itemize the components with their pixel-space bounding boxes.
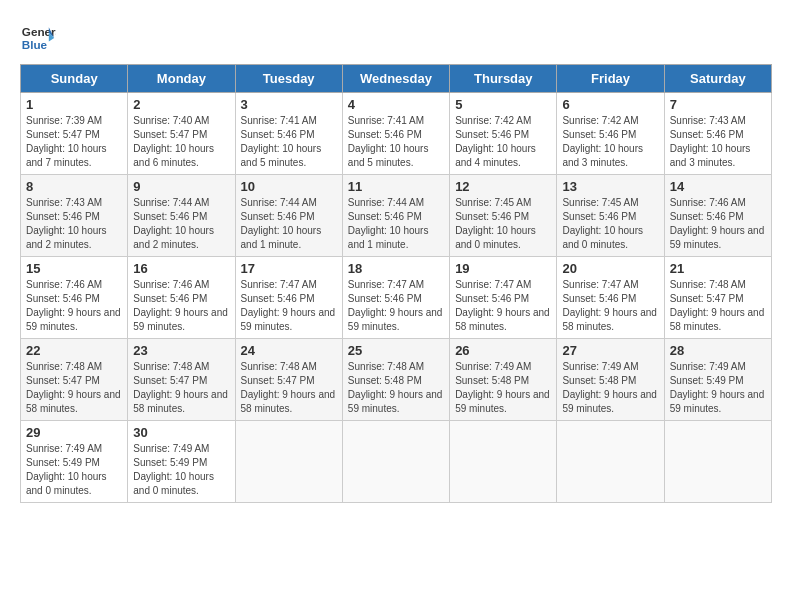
- calendar-cell: 24Sunrise: 7:48 AMSunset: 5:47 PMDayligh…: [235, 339, 342, 421]
- day-info: Sunrise: 7:48 AMSunset: 5:47 PMDaylight:…: [133, 361, 228, 414]
- day-info: Sunrise: 7:46 AMSunset: 5:46 PMDaylight:…: [133, 279, 228, 332]
- logo-icon: General Blue: [20, 20, 56, 56]
- calendar-cell: 22Sunrise: 7:48 AMSunset: 5:47 PMDayligh…: [21, 339, 128, 421]
- day-number: 14: [670, 179, 766, 194]
- calendar-cell: 9Sunrise: 7:44 AMSunset: 5:46 PMDaylight…: [128, 175, 235, 257]
- day-number: 1: [26, 97, 122, 112]
- day-info: Sunrise: 7:48 AMSunset: 5:47 PMDaylight:…: [26, 361, 121, 414]
- calendar-table: SundayMondayTuesdayWednesdayThursdayFrid…: [20, 64, 772, 503]
- day-info: Sunrise: 7:49 AMSunset: 5:49 PMDaylight:…: [26, 443, 107, 496]
- column-header-monday: Monday: [128, 65, 235, 93]
- day-number: 28: [670, 343, 766, 358]
- day-info: Sunrise: 7:41 AMSunset: 5:46 PMDaylight:…: [241, 115, 322, 168]
- calendar-cell: 27Sunrise: 7:49 AMSunset: 5:48 PMDayligh…: [557, 339, 664, 421]
- calendar-cell: 8Sunrise: 7:43 AMSunset: 5:46 PMDaylight…: [21, 175, 128, 257]
- calendar-cell: 13Sunrise: 7:45 AMSunset: 5:46 PMDayligh…: [557, 175, 664, 257]
- day-info: Sunrise: 7:45 AMSunset: 5:46 PMDaylight:…: [562, 197, 643, 250]
- day-info: Sunrise: 7:41 AMSunset: 5:46 PMDaylight:…: [348, 115, 429, 168]
- day-info: Sunrise: 7:47 AMSunset: 5:46 PMDaylight:…: [562, 279, 657, 332]
- day-info: Sunrise: 7:44 AMSunset: 5:46 PMDaylight:…: [241, 197, 322, 250]
- day-info: Sunrise: 7:49 AMSunset: 5:49 PMDaylight:…: [133, 443, 214, 496]
- calendar-cell: 14Sunrise: 7:46 AMSunset: 5:46 PMDayligh…: [664, 175, 771, 257]
- day-number: 19: [455, 261, 551, 276]
- day-number: 25: [348, 343, 444, 358]
- day-number: 10: [241, 179, 337, 194]
- day-number: 27: [562, 343, 658, 358]
- calendar-cell: 26Sunrise: 7:49 AMSunset: 5:48 PMDayligh…: [450, 339, 557, 421]
- calendar-cell: [342, 421, 449, 503]
- column-header-tuesday: Tuesday: [235, 65, 342, 93]
- day-info: Sunrise: 7:40 AMSunset: 5:47 PMDaylight:…: [133, 115, 214, 168]
- day-number: 12: [455, 179, 551, 194]
- day-info: Sunrise: 7:47 AMSunset: 5:46 PMDaylight:…: [455, 279, 550, 332]
- day-info: Sunrise: 7:47 AMSunset: 5:46 PMDaylight:…: [241, 279, 336, 332]
- calendar-cell: 11Sunrise: 7:44 AMSunset: 5:46 PMDayligh…: [342, 175, 449, 257]
- day-number: 23: [133, 343, 229, 358]
- column-header-saturday: Saturday: [664, 65, 771, 93]
- calendar-cell: [664, 421, 771, 503]
- day-number: 8: [26, 179, 122, 194]
- day-number: 21: [670, 261, 766, 276]
- calendar-cell: 5Sunrise: 7:42 AMSunset: 5:46 PMDaylight…: [450, 93, 557, 175]
- calendar-cell: 6Sunrise: 7:42 AMSunset: 5:46 PMDaylight…: [557, 93, 664, 175]
- day-info: Sunrise: 7:48 AMSunset: 5:48 PMDaylight:…: [348, 361, 443, 414]
- day-info: Sunrise: 7:46 AMSunset: 5:46 PMDaylight:…: [670, 197, 765, 250]
- day-info: Sunrise: 7:43 AMSunset: 5:46 PMDaylight:…: [26, 197, 107, 250]
- day-number: 4: [348, 97, 444, 112]
- day-number: 24: [241, 343, 337, 358]
- column-header-friday: Friday: [557, 65, 664, 93]
- day-info: Sunrise: 7:46 AMSunset: 5:46 PMDaylight:…: [26, 279, 121, 332]
- day-number: 18: [348, 261, 444, 276]
- calendar-cell: 3Sunrise: 7:41 AMSunset: 5:46 PMDaylight…: [235, 93, 342, 175]
- column-header-thursday: Thursday: [450, 65, 557, 93]
- calendar-cell: 10Sunrise: 7:44 AMSunset: 5:46 PMDayligh…: [235, 175, 342, 257]
- day-number: 30: [133, 425, 229, 440]
- day-number: 3: [241, 97, 337, 112]
- day-info: Sunrise: 7:42 AMSunset: 5:46 PMDaylight:…: [455, 115, 536, 168]
- day-info: Sunrise: 7:48 AMSunset: 5:47 PMDaylight:…: [241, 361, 336, 414]
- day-info: Sunrise: 7:49 AMSunset: 5:48 PMDaylight:…: [455, 361, 550, 414]
- calendar-cell: 30Sunrise: 7:49 AMSunset: 5:49 PMDayligh…: [128, 421, 235, 503]
- logo: General Blue: [20, 20, 60, 56]
- day-number: 6: [562, 97, 658, 112]
- day-number: 15: [26, 261, 122, 276]
- day-number: 16: [133, 261, 229, 276]
- calendar-cell: 20Sunrise: 7:47 AMSunset: 5:46 PMDayligh…: [557, 257, 664, 339]
- day-info: Sunrise: 7:44 AMSunset: 5:46 PMDaylight:…: [348, 197, 429, 250]
- calendar-cell: 1Sunrise: 7:39 AMSunset: 5:47 PMDaylight…: [21, 93, 128, 175]
- day-info: Sunrise: 7:47 AMSunset: 5:46 PMDaylight:…: [348, 279, 443, 332]
- calendar-cell: [235, 421, 342, 503]
- calendar-cell: 25Sunrise: 7:48 AMSunset: 5:48 PMDayligh…: [342, 339, 449, 421]
- day-number: 26: [455, 343, 551, 358]
- day-number: 20: [562, 261, 658, 276]
- column-header-wednesday: Wednesday: [342, 65, 449, 93]
- day-number: 13: [562, 179, 658, 194]
- calendar-cell: 19Sunrise: 7:47 AMSunset: 5:46 PMDayligh…: [450, 257, 557, 339]
- day-number: 9: [133, 179, 229, 194]
- calendar-cell: 17Sunrise: 7:47 AMSunset: 5:46 PMDayligh…: [235, 257, 342, 339]
- calendar-cell: 16Sunrise: 7:46 AMSunset: 5:46 PMDayligh…: [128, 257, 235, 339]
- day-number: 22: [26, 343, 122, 358]
- day-number: 7: [670, 97, 766, 112]
- day-info: Sunrise: 7:45 AMSunset: 5:46 PMDaylight:…: [455, 197, 536, 250]
- calendar-cell: 7Sunrise: 7:43 AMSunset: 5:46 PMDaylight…: [664, 93, 771, 175]
- day-info: Sunrise: 7:42 AMSunset: 5:46 PMDaylight:…: [562, 115, 643, 168]
- day-number: 29: [26, 425, 122, 440]
- day-info: Sunrise: 7:39 AMSunset: 5:47 PMDaylight:…: [26, 115, 107, 168]
- calendar-cell: 21Sunrise: 7:48 AMSunset: 5:47 PMDayligh…: [664, 257, 771, 339]
- calendar-cell: 29Sunrise: 7:49 AMSunset: 5:49 PMDayligh…: [21, 421, 128, 503]
- calendar-cell: [557, 421, 664, 503]
- day-info: Sunrise: 7:49 AMSunset: 5:48 PMDaylight:…: [562, 361, 657, 414]
- calendar-cell: 4Sunrise: 7:41 AMSunset: 5:46 PMDaylight…: [342, 93, 449, 175]
- svg-text:Blue: Blue: [22, 38, 48, 51]
- day-number: 17: [241, 261, 337, 276]
- day-info: Sunrise: 7:43 AMSunset: 5:46 PMDaylight:…: [670, 115, 751, 168]
- day-info: Sunrise: 7:49 AMSunset: 5:49 PMDaylight:…: [670, 361, 765, 414]
- day-info: Sunrise: 7:44 AMSunset: 5:46 PMDaylight:…: [133, 197, 214, 250]
- day-info: Sunrise: 7:48 AMSunset: 5:47 PMDaylight:…: [670, 279, 765, 332]
- calendar-cell: 12Sunrise: 7:45 AMSunset: 5:46 PMDayligh…: [450, 175, 557, 257]
- day-number: 5: [455, 97, 551, 112]
- column-header-sunday: Sunday: [21, 65, 128, 93]
- calendar-cell: 28Sunrise: 7:49 AMSunset: 5:49 PMDayligh…: [664, 339, 771, 421]
- calendar-cell: 15Sunrise: 7:46 AMSunset: 5:46 PMDayligh…: [21, 257, 128, 339]
